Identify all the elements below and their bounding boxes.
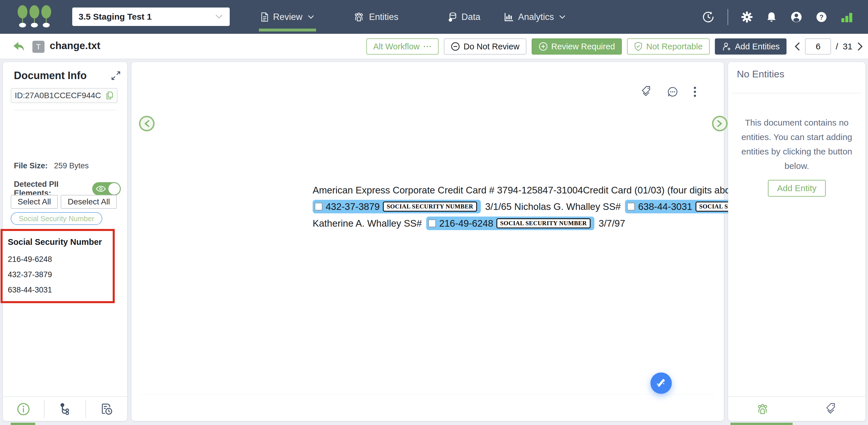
tab-document-info[interactable] (3, 400, 44, 418)
next-document-icon[interactable] (857, 42, 863, 51)
eye-icon (96, 185, 106, 192)
pii-value: 638-44-3031 (638, 201, 692, 212)
document-text: 3/1/65 Nicholas G. Whalley SS# (485, 200, 621, 213)
app-root: 3.5 Staging Test 1 Review Entities (0, 0, 868, 425)
entities-panel: No Entities This document contains no en… (728, 62, 865, 421)
file-type-badge: T (32, 41, 44, 53)
tab-data[interactable]: Data (447, 0, 480, 34)
page-separator: / (836, 41, 838, 52)
help-icon[interactable]: ? (815, 11, 828, 23)
history-clock-icon[interactable] (702, 10, 715, 24)
do-not-review-label: Do Not Review (463, 42, 519, 52)
tab-review-label: Review (273, 12, 303, 22)
tab-document-hierarchy[interactable] (44, 400, 86, 418)
document-header-bar: T change.txt Alt Workflow Do Not Review … (0, 34, 868, 59)
document-actions: Alt Workflow Do Not Review Review Requir… (366, 34, 863, 59)
page-total: 31 (843, 41, 852, 52)
pii-list-value: 432-37-3879 (8, 270, 113, 279)
settings-gear-icon[interactable] (741, 11, 753, 23)
comment-icon[interactable] (667, 86, 678, 98)
alt-workflow-label: Alt Workflow (373, 42, 420, 52)
kebab-menu-icon[interactable] (693, 86, 696, 98)
tab-tags[interactable] (797, 400, 866, 418)
prev-document-icon[interactable] (794, 42, 800, 51)
tab-review[interactable]: Review (260, 0, 314, 34)
person-plus-icon (722, 41, 732, 52)
file-size-row: File Size: 259 Bytes (14, 161, 89, 170)
do-not-review-button[interactable]: Do Not Review (444, 38, 526, 55)
tab-entities-label: Entities (369, 12, 399, 22)
expand-icon[interactable] (111, 71, 121, 82)
tab-entities[interactable]: Entities (353, 0, 399, 34)
tab-analytics-label: Analytics (518, 12, 554, 22)
active-tab-indicator (731, 423, 793, 425)
people-icon (756, 403, 769, 415)
notifications-bell-icon[interactable] (766, 11, 777, 23)
viewer-toolbar (641, 86, 696, 98)
review-required-button[interactable]: Review Required (532, 38, 622, 55)
document-viewer: American Express Corporate Credit Card #… (131, 62, 724, 421)
pii-list-value: 216-49-6248 (8, 255, 113, 264)
left-panel-tabs (3, 396, 127, 421)
pii-highlight[interactable]: 216-49-6248SOCIAL SECURITY NUMBER (426, 217, 594, 230)
page-number-input[interactable] (805, 38, 831, 55)
pii-checkbox[interactable] (627, 203, 635, 210)
pii-visibility-toggle[interactable] (92, 182, 121, 195)
toggle-knob (108, 183, 120, 195)
workspace-selector-label: 3.5 Staging Test 1 (79, 12, 152, 22)
copy-icon[interactable] (105, 91, 114, 100)
pii-value: 432-37-3879 (326, 201, 380, 212)
divider (732, 93, 861, 93)
selection-buttons: Select All Deselect All (11, 195, 117, 209)
pii-checkbox[interactable] (315, 203, 322, 210)
magic-wand-icon (655, 377, 667, 389)
tab-document-history[interactable] (86, 400, 127, 418)
chevron-down-icon (559, 15, 566, 19)
add-entity-button[interactable]: Add Entity (768, 180, 826, 197)
tag-icon (825, 403, 837, 416)
database-icon (447, 12, 457, 22)
page-prev-icon[interactable] (139, 116, 155, 131)
file-size-value: 259 Bytes (54, 161, 89, 170)
document-id: ID:27A0B1CCECF944C (15, 91, 101, 100)
back-arrow-icon[interactable] (13, 41, 25, 54)
deselect-all-button[interactable]: Deselect All (61, 195, 117, 209)
not-reportable-button[interactable]: Not Reportable (627, 38, 709, 55)
seedlings-logo-icon[interactable] (15, 5, 54, 29)
shield-check-icon (634, 41, 643, 52)
divider (13, 110, 117, 110)
right-panel-tabs (728, 396, 865, 421)
add-entities-label: Add Entities (735, 42, 780, 52)
magic-wand-button[interactable] (650, 372, 672, 394)
document-pager: / 31 (794, 38, 863, 55)
signal-bars-icon[interactable] (840, 11, 853, 23)
bar-chart-icon (503, 12, 514, 22)
page-edge (140, 394, 715, 394)
pii-highlight[interactable]: 432-37-3879SOCIAL SECURITY NUMBER (313, 200, 481, 214)
document-text: 3/7/97 (599, 217, 625, 230)
document-history-icon (100, 402, 113, 416)
pii-group-title: Social Security Number (8, 237, 113, 247)
no-entities-message: This document contains no entities. You … (737, 116, 857, 173)
tab-entities-list[interactable] (728, 400, 797, 418)
tab-analytics[interactable]: Analytics (503, 0, 566, 34)
workspace-selector[interactable]: 3.5 Staging Test 1 (72, 7, 230, 26)
pii-type-tag: SOCIAL SECURITY NUMBER (383, 201, 477, 211)
alt-workflow-button[interactable]: Alt Workflow (366, 38, 439, 55)
pii-checkbox[interactable] (428, 220, 436, 227)
top-navbar: 3.5 Staging Test 1 Review Entities (0, 0, 868, 34)
pii-values-list: 216-49-6248432-37-3879638-44-3031 (8, 255, 113, 294)
user-profile-icon[interactable] (790, 11, 803, 23)
ellipsis-icon (423, 45, 432, 48)
page-next-icon[interactable] (712, 116, 727, 131)
pii-type-filter-pill[interactable]: Social Security Number (11, 212, 102, 225)
select-all-button[interactable]: Select All (11, 195, 58, 209)
add-entities-button[interactable]: Add Entities (715, 38, 787, 55)
tab-data-label: Data (461, 12, 480, 22)
chevron-down-icon (215, 14, 223, 19)
plus-circle-icon (538, 42, 548, 51)
document-id-chip[interactable]: ID:27A0B1CCECF944C (11, 88, 118, 103)
pii-values-highlight-box: Social Security Number 216-49-6248432-37… (1, 229, 115, 303)
tag-icon[interactable] (641, 86, 652, 98)
svg-text:?: ? (819, 13, 824, 21)
